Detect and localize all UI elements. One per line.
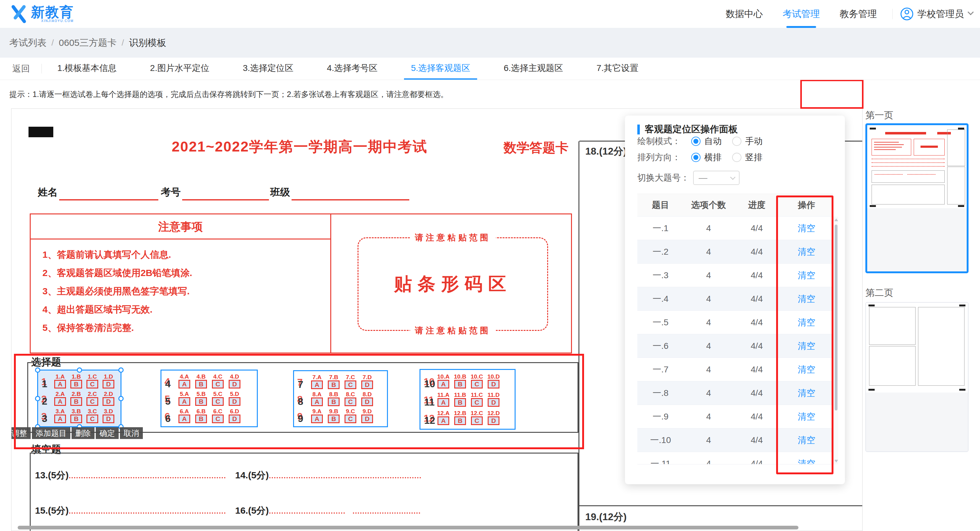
option-cell[interactable]: 2.BB: [70, 391, 83, 406]
row-clear-link[interactable]: 清空: [780, 240, 833, 263]
step-tab[interactable]: 2.图片水平定位: [143, 57, 216, 79]
option-box[interactable]: C: [471, 398, 483, 407]
option-box[interactable]: C: [471, 417, 483, 425]
context-menu-button[interactable]: 确定: [96, 427, 119, 439]
row-clear-link[interactable]: 清空: [780, 405, 833, 428]
radio-option[interactable]: 自动: [681, 135, 722, 147]
option-box[interactable]: A: [311, 397, 323, 406]
option-cell[interactable]: 7.AA: [310, 374, 324, 389]
option-cell[interactable]: 11.DD: [487, 392, 500, 407]
option-box[interactable]: C: [86, 415, 98, 423]
option-cell[interactable]: 7.BB: [327, 374, 340, 389]
option-box[interactable]: B: [454, 417, 466, 425]
option-box[interactable]: D: [361, 415, 373, 423]
option-cell[interactable]: 11.AA: [437, 392, 450, 407]
step-tab[interactable]: 4.选择考号区: [320, 57, 384, 79]
option-box[interactable]: A: [438, 417, 449, 425]
breadcrumb-item[interactable]: 考试列表: [9, 37, 46, 49]
context-menu-button[interactable]: 添加题目: [32, 427, 70, 439]
option-box[interactable]: D: [361, 380, 373, 389]
option-cell[interactable]: 4.DD: [228, 374, 241, 388]
option-box[interactable]: C: [212, 397, 224, 406]
option-cell[interactable]: 9.CC: [344, 408, 357, 423]
option-cell[interactable]: 12.CC: [470, 410, 484, 425]
user-menu[interactable]: 学校管理员: [900, 7, 972, 21]
question-group[interactable]: 1010.AA10.BB10.CC10.DD1111.AA11.BB11.CC1…: [420, 369, 515, 430]
option-box[interactable]: B: [70, 380, 82, 388]
option-box[interactable]: A: [54, 380, 66, 388]
row-clear-link[interactable]: 清空: [780, 358, 833, 381]
scroll-up-icon[interactable]: [834, 218, 838, 221]
option-box[interactable]: D: [103, 397, 115, 406]
option-cell[interactable]: 8.AA: [310, 391, 324, 406]
row-clear-link[interactable]: 清空: [780, 311, 833, 334]
option-cell[interactable]: 8.DD: [360, 391, 374, 406]
option-box[interactable]: B: [328, 380, 340, 389]
selection-handle-icon[interactable]: [35, 396, 40, 401]
option-cell[interactable]: 3.DD: [102, 408, 115, 423]
radio-icon[interactable]: [691, 137, 700, 146]
option-box[interactable]: B: [195, 380, 207, 388]
option-box[interactable]: C: [471, 380, 483, 388]
option-box[interactable]: D: [229, 415, 240, 423]
option-cell[interactable]: 6.BB: [194, 408, 208, 423]
row-clear-link[interactable]: 清空: [780, 264, 833, 287]
option-cell[interactable]: 5.BB: [194, 391, 208, 406]
step-tab[interactable]: 6.选择主观题区: [497, 57, 570, 79]
option-box[interactable]: C: [345, 415, 356, 423]
option-box[interactable]: D: [229, 397, 240, 406]
option-box[interactable]: A: [178, 380, 190, 388]
option-cell[interactable]: 10.DD: [487, 374, 500, 388]
option-box[interactable]: A: [438, 398, 449, 407]
option-cell[interactable]: 6.DD: [228, 408, 241, 423]
option-box[interactable]: D: [103, 415, 115, 423]
page-two-thumbnail[interactable]: [865, 302, 969, 452]
option-cell[interactable]: 3.CC: [86, 408, 99, 423]
option-cell[interactable]: 11.BB: [453, 392, 467, 407]
option-box[interactable]: A: [178, 415, 190, 423]
option-cell[interactable]: 10.CC: [470, 374, 484, 388]
scrollbar-thumb[interactable]: [835, 224, 837, 410]
context-menu-button[interactable]: 删除: [72, 427, 94, 439]
option-box[interactable]: D: [229, 380, 240, 388]
page-one-thumbnail[interactable]: [865, 123, 969, 273]
option-cell[interactable]: 5.DD: [228, 391, 241, 406]
context-menu-button[interactable]: 取消: [120, 427, 143, 439]
row-clear-link[interactable]: 清空: [780, 334, 833, 358]
option-box[interactable]: D: [361, 397, 373, 406]
option-cell[interactable]: 1.CC: [86, 374, 99, 388]
scroll-down-icon[interactable]: [834, 460, 838, 463]
option-box[interactable]: D: [488, 417, 500, 425]
breadcrumb-item[interactable]: 0605三方题卡: [59, 37, 117, 49]
option-box[interactable]: B: [195, 397, 207, 406]
selection-handle-icon[interactable]: [77, 367, 82, 373]
option-box[interactable]: C: [212, 380, 224, 388]
option-cell[interactable]: 10.AA: [437, 374, 450, 388]
option-cell[interactable]: 8.BB: [327, 391, 340, 406]
option-cell[interactable]: 4.BB: [194, 374, 208, 388]
option-cell[interactable]: 12.DD: [487, 410, 500, 425]
selection-handle-icon[interactable]: [118, 367, 124, 373]
table-scrollbar[interactable]: [834, 216, 838, 464]
option-box[interactable]: D: [488, 380, 500, 388]
row-clear-link[interactable]: 清空: [780, 382, 833, 405]
row-clear-link[interactable]: 清空: [780, 428, 833, 452]
radio-option[interactable]: 手动: [722, 135, 762, 147]
radio-icon[interactable]: [732, 153, 741, 162]
option-box[interactable]: D: [103, 380, 115, 388]
option-cell[interactable]: 9.AA: [310, 408, 324, 423]
question-group[interactable]: 11.AA1.BB1.CC1.DD22.AA2.BB2.CC2.DD33.AA3…: [37, 370, 121, 427]
nav-item[interactable]: 考试管理: [773, 0, 830, 28]
nav-item[interactable]: 数据中心: [716, 0, 773, 28]
option-cell[interactable]: 2.AA: [54, 391, 67, 406]
app-logo[interactable]: 新教育 XINJIAOYU.COM: [9, 4, 74, 23]
option-cell[interactable]: 2.CC: [86, 391, 99, 406]
selection-handle-icon[interactable]: [35, 367, 40, 373]
option-box[interactable]: D: [488, 398, 500, 407]
option-cell[interactable]: 3.BB: [70, 408, 83, 423]
option-cell[interactable]: 3.AA: [54, 408, 67, 423]
option-box[interactable]: B: [328, 415, 340, 423]
option-cell[interactable]: 11.CC: [470, 392, 484, 407]
option-box[interactable]: B: [70, 415, 82, 423]
option-box[interactable]: C: [212, 415, 224, 423]
